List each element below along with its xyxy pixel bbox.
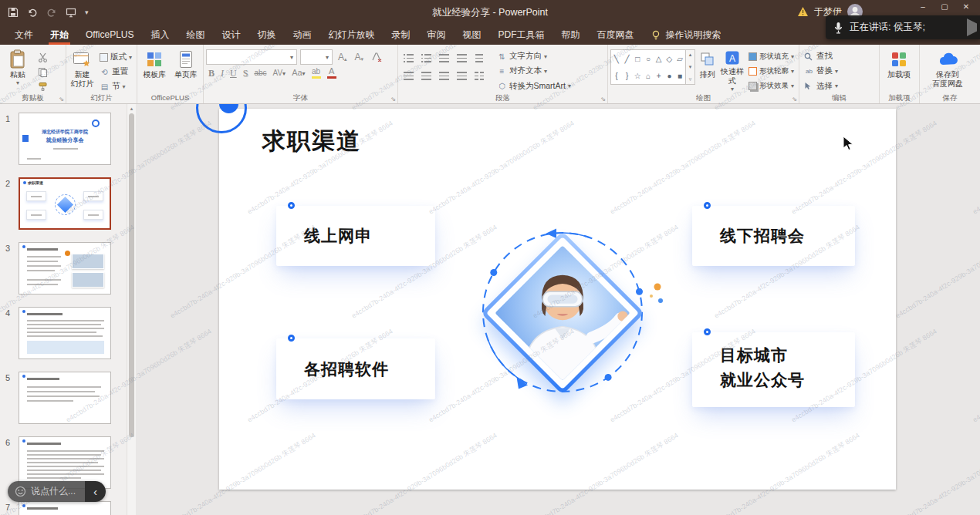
- tab-slideshow[interactable]: 幻灯片放映: [319, 25, 383, 45]
- text-shadow-button[interactable]: S: [241, 69, 251, 78]
- save-icon[interactable]: [8, 7, 19, 18]
- thumbnails-scrollbar[interactable]: ▴: [127, 104, 136, 515]
- emoji-icon[interactable]: [15, 486, 26, 497]
- select-button[interactable]: 选择 ▾: [802, 79, 840, 93]
- replace-button[interactable]: ab 替换 ▾: [802, 64, 840, 78]
- gallery-up-icon[interactable]: ▴: [689, 52, 692, 58]
- tab-insert[interactable]: 插入: [142, 25, 177, 45]
- drawing-dialog-launcher-icon[interactable]: ⇘: [792, 96, 797, 103]
- warning-icon[interactable]: [797, 6, 809, 17]
- font-dialog-launcher-icon[interactable]: ⇘: [390, 96, 396, 103]
- slide-title[interactable]: 求职渠道: [262, 126, 361, 157]
- font-size-combo[interactable]: ▾: [300, 49, 333, 65]
- tab-help[interactable]: 帮助: [553, 25, 588, 45]
- line-spacing-icon[interactable]: [471, 51, 487, 66]
- shape-plus-icon[interactable]: +: [657, 72, 661, 80]
- shape-triangle-icon[interactable]: △: [656, 55, 662, 63]
- justify-icon[interactable]: [454, 69, 469, 83]
- tab-officeplus[interactable]: OfficePLUS: [77, 25, 142, 45]
- overlay-collapse-handle[interactable]: [967, 19, 977, 36]
- gallery-down-icon[interactable]: ▾: [689, 64, 692, 70]
- slide-canvas[interactable]: 求职渠道 线上网申 线下招聘会 各招聘软件 目标城市 就业公众号: [136, 104, 980, 515]
- shape-effects-button[interactable]: 形状效果 ▾: [746, 79, 796, 93]
- character-spacing-button[interactable]: AV▾: [271, 69, 289, 77]
- shape-home-icon[interactable]: ⌂: [646, 72, 651, 80]
- paragraph-dialog-launcher-icon[interactable]: ⇘: [600, 96, 606, 103]
- save-to-baidu-button[interactable]: 保存到 百度网盘: [922, 47, 973, 93]
- current-slide[interactable]: 求职渠道 线上网申 线下招聘会 各招聘软件 目标城市 就业公众号: [219, 109, 896, 490]
- close-button[interactable]: ✕: [955, 0, 977, 13]
- card-city-wechat-accounts[interactable]: 目标城市 就业公众号: [692, 332, 855, 407]
- chat-collapse-button[interactable]: ‹: [85, 481, 106, 502]
- reset-button[interactable]: ⟲ 重置: [97, 65, 134, 79]
- underline-button[interactable]: U: [228, 69, 239, 78]
- tab-transitions[interactable]: 切换: [248, 25, 284, 45]
- meeting-chat-overlay[interactable]: 说点什么... ‹: [8, 481, 106, 502]
- shapes-gallery[interactable]: ╲ ╱ □ ○ △ ◇ ▱ { } ☆ ⌂ + ● ■: [610, 49, 686, 85]
- shapes-gallery-scroll[interactable]: ▴ ▾ ▿: [686, 49, 695, 85]
- shape-fill-button[interactable]: 形状填充 ▾: [746, 49, 796, 63]
- new-slide-button[interactable]: 新建 幻灯片: [69, 47, 96, 93]
- chat-input-placeholder[interactable]: 说点什么...: [31, 485, 76, 498]
- bullets-icon[interactable]: [400, 51, 416, 66]
- slide-thumbnail-1[interactable]: 湖北经济学院工商学院 就业经验分享会: [19, 113, 111, 165]
- font-color-button[interactable]: A: [325, 67, 339, 79]
- align-right-icon[interactable]: [436, 69, 451, 83]
- align-text-button[interactable]: ≡ 对齐文本 ▾: [495, 64, 573, 78]
- start-slideshow-icon[interactable]: [66, 7, 76, 18]
- numbering-icon[interactable]: [418, 51, 434, 66]
- card-recruitment-apps[interactable]: 各招聘软件: [276, 338, 435, 399]
- increase-indent-icon[interactable]: [454, 51, 469, 66]
- tab-design[interactable]: 设计: [213, 25, 248, 45]
- paste-button[interactable]: 粘贴 ▾: [2, 47, 33, 93]
- redo-icon[interactable]: [46, 7, 57, 18]
- card-offline-job-fair[interactable]: 线下招聘会: [692, 206, 855, 266]
- gallery-more-icon[interactable]: ▿: [689, 76, 692, 82]
- strikethrough-button[interactable]: abc: [252, 69, 269, 77]
- shape-square-icon[interactable]: ■: [678, 72, 682, 80]
- italic-button[interactable]: I: [218, 69, 226, 78]
- grow-font-icon[interactable]: A▴: [336, 52, 350, 62]
- layout-button[interactable]: 版式 ▾: [97, 50, 134, 64]
- tab-draw[interactable]: 绘图: [177, 25, 213, 45]
- tab-view[interactable]: 视图: [454, 25, 489, 45]
- tab-home[interactable]: 开始: [42, 25, 77, 45]
- undo-icon[interactable]: [27, 7, 38, 18]
- section-button[interactable]: ▤ 节 ▾: [97, 79, 134, 93]
- scrollbar-thumb[interactable]: [129, 113, 134, 437]
- tab-review[interactable]: 审阅: [418, 25, 454, 45]
- tab-baidu-netdisk[interactable]: 百度网盘: [588, 25, 642, 45]
- shape-ellipse-icon[interactable]: ○: [646, 55, 651, 63]
- slide-thumbnail-2-selected[interactable]: 求职渠道: [19, 177, 111, 230]
- format-painter-icon[interactable]: [35, 79, 50, 93]
- shape-brace-right-icon[interactable]: }: [626, 72, 628, 80]
- shape-rectangle-icon[interactable]: □: [635, 55, 640, 63]
- template-library-button[interactable]: 模板库: [140, 47, 170, 93]
- highlight-color-button[interactable]: ab: [309, 68, 323, 79]
- columns-icon[interactable]: [471, 69, 487, 83]
- arrange-button[interactable]: 排列: [697, 47, 718, 93]
- shape-dot-icon[interactable]: ●: [667, 72, 671, 80]
- bold-button[interactable]: B: [206, 69, 217, 78]
- tab-pdf-tools[interactable]: PDF工具箱: [489, 25, 553, 45]
- shape-star-icon[interactable]: ☆: [634, 72, 641, 80]
- card-online-application[interactable]: 线上网申: [276, 206, 435, 266]
- change-case-button[interactable]: Aa▾: [289, 69, 307, 77]
- shape-line2-icon[interactable]: ╱: [625, 55, 630, 63]
- align-left-icon[interactable]: [400, 69, 416, 83]
- shape-parallelogram-icon[interactable]: ▱: [677, 55, 683, 63]
- slide-thumbnail-5[interactable]: [19, 372, 111, 424]
- clear-formatting-icon[interactable]: [369, 52, 384, 62]
- shape-line-icon[interactable]: ╲: [614, 55, 619, 63]
- shape-diamond-icon[interactable]: ◇: [667, 55, 673, 63]
- maximize-button[interactable]: ▢: [934, 0, 955, 13]
- tell-me-search[interactable]: 操作说明搜索: [642, 25, 730, 45]
- copy-icon[interactable]: [35, 65, 50, 79]
- slide-thumbnail-4[interactable]: [19, 307, 111, 359]
- slide-thumbnail-7[interactable]: [19, 501, 111, 515]
- font-name-combo[interactable]: ▾: [206, 49, 297, 65]
- minimize-button[interactable]: –: [912, 0, 934, 13]
- tab-animations[interactable]: 动画: [284, 25, 319, 45]
- shrink-font-icon[interactable]: A▾: [353, 52, 367, 62]
- shape-outline-button[interactable]: 形状轮廓 ▾: [746, 64, 796, 78]
